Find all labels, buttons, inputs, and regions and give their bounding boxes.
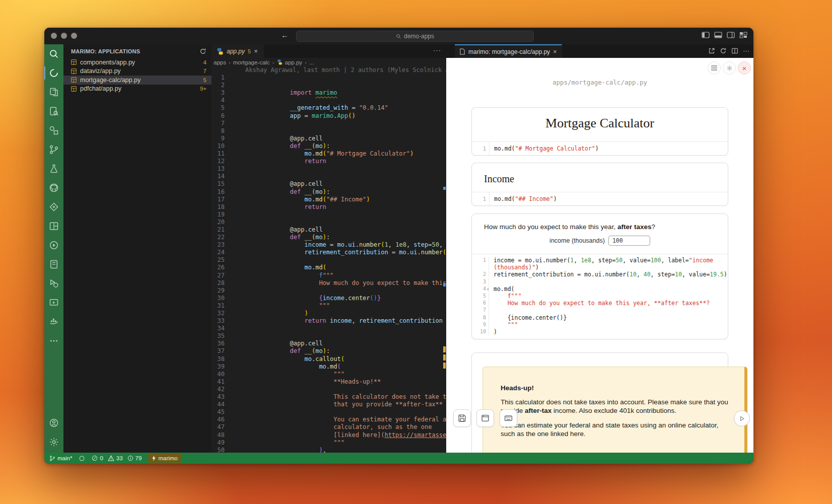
code-line[interactable]: 31 return income, retirement_contributio…: [212, 302, 446, 310]
sidebar-file-item[interactable]: dataviz/app.py 7: [63, 67, 212, 76]
code-line[interactable]: 41 This calculator does not take taxes i…: [212, 378, 446, 386]
cell-code-line[interactable]: 1 mo.md("## Income"): [472, 192, 728, 205]
cell-code-line[interactable]: 4∨ mo.md(: [472, 285, 728, 293]
run-circle-icon[interactable]: [44, 236, 63, 255]
problems-status[interactable]: 0 33 79: [92, 455, 142, 461]
app-settings-gear-icon[interactable]: [723, 61, 736, 75]
code-line[interactable]: 50 ): [212, 447, 446, 453]
code-line[interactable]: 13 @app.cell: [212, 165, 446, 173]
more-actions-icon[interactable]: ···: [743, 47, 749, 54]
breadcrumb-mortgage-calc[interactable]: mortgage-calc: [233, 59, 270, 65]
code-line[interactable]: 36 mo.callout(: [212, 340, 446, 347]
cell-code-line[interactable]: 3: [472, 278, 728, 285]
run-cell-button[interactable]: [734, 410, 750, 426]
refresh-icon[interactable]: [720, 47, 727, 54]
customize-layout-icon[interactable]: [739, 32, 747, 38]
toggle-primary-sidebar-icon[interactable]: [702, 32, 710, 38]
cell-code-line[interactable]: 10 ): [472, 328, 728, 335]
code-line[interactable]: 22 retirement_contribution = mo.ui.numbe…: [212, 234, 446, 241]
run-debug-icon[interactable]: [44, 274, 63, 293]
search-editor-icon[interactable]: [44, 102, 63, 121]
breadcrumb-symbol[interactable]: ...: [309, 59, 314, 65]
code-line[interactable]: 19 @app.cell: [212, 211, 446, 219]
toggle-secondary-sidebar-icon[interactable]: [727, 32, 735, 38]
explorer-icon[interactable]: [44, 83, 63, 102]
code-line[interactable]: 20 def __(mo):: [212, 219, 446, 226]
code-line[interactable]: 29 """: [212, 287, 446, 295]
code-line[interactable]: 12: [212, 158, 446, 165]
refresh-icon[interactable]: [199, 48, 206, 55]
code-line[interactable]: 45 calculator, such as the one: [212, 408, 446, 416]
settings-gear-icon[interactable]: [44, 433, 63, 452]
cell-code-line[interactable]: 2 retirement_contribution = mo.ui.number…: [472, 271, 728, 278]
code-line[interactable]: 14 def __(mo):: [212, 173, 446, 180]
close-traffic-light-button[interactable]: [51, 33, 57, 39]
cell-card-income[interactable]: Income 1 mo.md("## Income"): [471, 163, 728, 206]
marimo-extension-icon[interactable]: [44, 63, 63, 83]
sync-changes-button[interactable]: [79, 455, 85, 462]
code-line[interactable]: 34 @app.cell: [212, 325, 446, 332]
breadcrumb[interactable]: apps › mortgage-calc › app.py › ...: [212, 58, 446, 66]
code-line[interactable]: 18: [212, 203, 446, 211]
code-line[interactable]: 26 How much do you expect to make this y…: [212, 264, 446, 271]
sidebar-file-item[interactable]: pdfchat/app.py 9+: [63, 85, 212, 94]
save-button[interactable]: [453, 409, 471, 427]
code-line[interactable]: 1 import marimo: [212, 74, 446, 82]
split-editor-icon[interactable]: [731, 47, 738, 54]
remote-explorer-icon[interactable]: [44, 197, 63, 217]
code-line[interactable]: 44 You can estimate your federal and sta…: [212, 401, 446, 408]
source-control-icon[interactable]: [44, 140, 63, 159]
sidebar-file-item[interactable]: components/app.py 4: [63, 58, 212, 67]
code-line[interactable]: 7 @app.cell: [212, 120, 446, 127]
notebook-icon[interactable]: [44, 255, 63, 274]
menu-icon[interactable]: [708, 61, 721, 75]
keyboard-shortcuts-button[interactable]: [500, 409, 517, 427]
open-in-browser-button[interactable]: [476, 409, 494, 427]
code-line[interactable]: 39 **Heads-up!**: [212, 363, 446, 371]
code-editor[interactable]: Akshay Agrawal, last month | 2 authors (…: [212, 66, 446, 453]
more-views-icon[interactable]: [44, 331, 63, 350]
open-external-icon[interactable]: [708, 47, 715, 54]
code-line[interactable]: 4 app = marimo.App(): [212, 97, 446, 104]
close-tab-icon[interactable]: ×: [553, 48, 557, 55]
close-tab-icon[interactable]: ×: [254, 47, 258, 55]
code-line[interactable]: 2: [212, 82, 446, 89]
github-icon[interactable]: [44, 178, 63, 197]
cell-code-line[interactable]: 7: [472, 307, 728, 314]
cell-code-line[interactable]: (thousands)"): [472, 264, 728, 271]
code-line[interactable]: 25 f""": [212, 256, 446, 264]
code-line[interactable]: 46 [linked here](https://smartasset.com/…: [212, 416, 446, 423]
code-line[interactable]: 3 __generated_with = "0.0.14": [212, 89, 446, 97]
code-line[interactable]: 15 mo.md("## Income"): [212, 180, 446, 188]
cell-code-line[interactable]: 5 f""": [472, 293, 728, 300]
toggle-panel-icon[interactable]: [714, 32, 722, 38]
containers-icon[interactable]: [44, 312, 63, 331]
shutdown-close-icon[interactable]: ×: [738, 61, 751, 75]
code-line[interactable]: 49 kind="warn",: [212, 439, 446, 447]
minimize-traffic-light-button[interactable]: [61, 33, 67, 39]
cell-card-title[interactable]: Mortgage Calculator 1 mo.md("# Mortgage …: [471, 107, 728, 156]
marimo-status-chip[interactable]: marimo: [148, 454, 181, 463]
breadcrumb-apps[interactable]: apps: [214, 59, 226, 65]
code-line[interactable]: 42 that you provide **after-tax** income…: [212, 386, 446, 393]
code-line[interactable]: 35 def __(mo):: [212, 332, 446, 340]
code-line[interactable]: 21 income = mo.ui.number(1, 1e8, step=50…: [212, 226, 446, 234]
cell-code-line[interactable]: 1 income = mo.ui.number(1, 1e8, step=50,…: [472, 257, 728, 264]
command-center-search[interactable]: demo-apps: [296, 31, 534, 42]
cell-card-income-input[interactable]: How much do you expect to make this year…: [471, 213, 728, 339]
tab-app-py[interactable]: app.py 5 ×: [212, 44, 263, 58]
code-line[interactable]: 32: [212, 310, 446, 317]
tab-marimo-preview[interactable]: marimo: mortgage-calc/app.py ×: [455, 44, 562, 58]
navigate-back-button[interactable]: ←: [281, 31, 289, 39]
code-line[interactable]: 37 mo.md(: [212, 347, 446, 355]
code-line[interactable]: 8 def __(mo):: [212, 127, 446, 135]
cell-code-line[interactable]: 9 """: [472, 321, 728, 328]
shapes-icon[interactable]: [44, 121, 63, 140]
cell-code-line[interactable]: 8 {income.center()}: [472, 314, 728, 321]
zoom-traffic-light-button[interactable]: [71, 33, 77, 39]
code-line[interactable]: 9 mo.md("# Mortgage Calculator"): [212, 135, 446, 142]
beaker-icon[interactable]: [44, 159, 63, 178]
income-number-input[interactable]: 100: [608, 236, 650, 246]
editor-actions-more-icon[interactable]: ···: [433, 46, 441, 54]
git-branch-status[interactable]: main*: [49, 455, 72, 462]
